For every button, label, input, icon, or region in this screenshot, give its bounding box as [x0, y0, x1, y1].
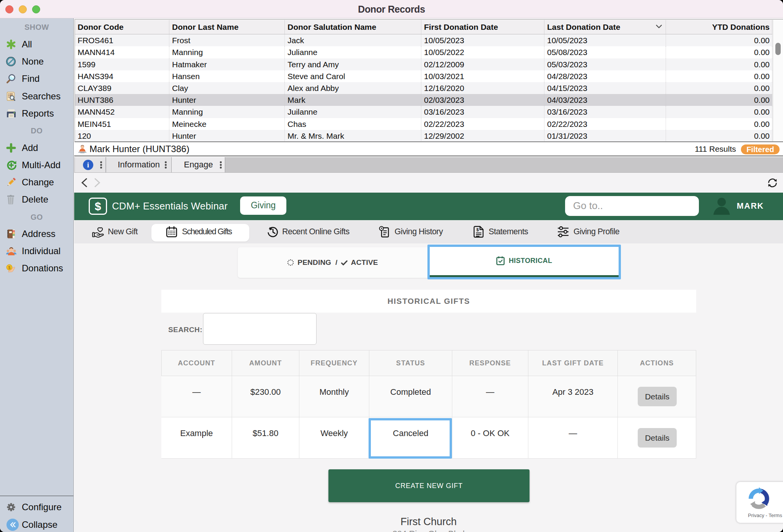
svg-text:i: i: [87, 161, 89, 169]
svg-text:$: $: [476, 227, 479, 232]
svg-text:$: $: [8, 265, 10, 270]
